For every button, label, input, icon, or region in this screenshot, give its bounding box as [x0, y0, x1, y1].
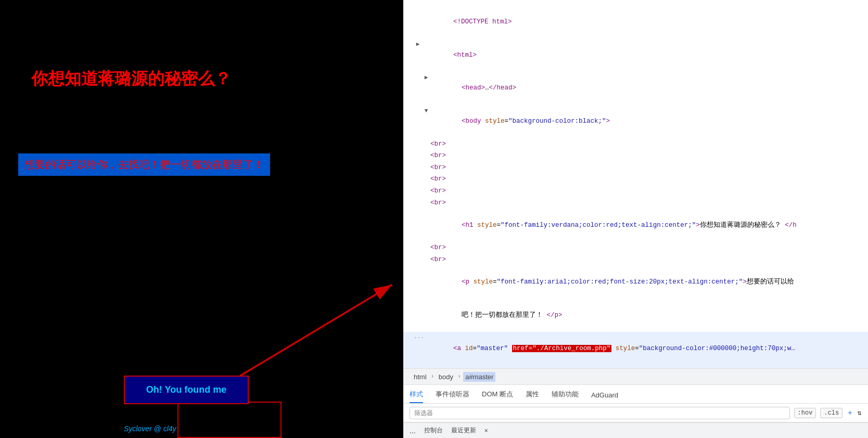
filter-cls-button[interactable]: .cls: [820, 408, 843, 418]
code-line-p2: 吧！把一切都放在那里了！ </p>: [403, 299, 868, 332]
sub-text: 想要的话可以给你，去找吧！把一切都放在那里了！: [18, 153, 270, 176]
bottom-close[interactable]: ×: [484, 427, 488, 434]
bottom-ellipsis[interactable]: ...: [410, 427, 416, 435]
code-inspector: <!DOCTYPE html> <html> <head>…</head> <b…: [403, 0, 868, 368]
code-line-br4: <br>: [403, 173, 868, 185]
tab-accessibility[interactable]: 辅助功能: [552, 387, 579, 403]
code-line-br5: <br>: [403, 185, 868, 197]
tab-dom-breakpoints[interactable]: DOM 断点: [482, 387, 513, 403]
code-line-br2: <br>: [403, 150, 868, 162]
code-line-br1: <br>: [403, 138, 868, 150]
tab-styles[interactable]: 样式: [410, 387, 423, 403]
href-highlight: href="./Archive_room.php": [512, 345, 612, 352]
bottom-console[interactable]: 控制台: [424, 426, 443, 435]
code-line-h1: <h1 style="font-family:verdana;color:red…: [403, 209, 868, 242]
code-line-br7: <br>: [403, 242, 868, 254]
code-line-br3: <br>: [403, 162, 868, 174]
watermark: Syclover @ cl4y: [124, 424, 176, 433]
tab-properties[interactable]: 属性: [526, 387, 539, 403]
arrow-annotation: [234, 262, 416, 392]
svg-line-1: [240, 285, 392, 376]
breadcrumb-html[interactable]: html: [412, 372, 429, 382]
filter-input[interactable]: [410, 407, 790, 419]
filter-arrows-button[interactable]: ⇅: [858, 408, 862, 417]
page-heading: 你想知道蒋璐源的秘密么？: [31, 68, 231, 91]
bottom-refresh[interactable]: 最近更新: [451, 426, 476, 435]
breadcrumb-body[interactable]: body: [437, 372, 455, 382]
code-line-a: ··· <a id="master" href="./Archive_room.…: [403, 332, 868, 365]
bottom-bar: ... 控制台 最近更新 ×: [403, 422, 868, 438]
code-line-p: <p style="font-family:arial;color:red;fo…: [403, 265, 868, 299]
code-line-html: <html>: [403, 38, 868, 72]
filter-hov-button[interactable]: :hov: [794, 408, 816, 418]
filter-plus-button[interactable]: +: [848, 409, 852, 417]
code-line-head: <head>…</head>: [403, 72, 868, 105]
devtools-panel: <!DOCTYPE html> <html> <head>…</head> <b…: [403, 0, 868, 438]
hidden-link[interactable]: [177, 402, 282, 438]
breadcrumb-anchor[interactable]: a#master: [463, 372, 495, 382]
code-line-br6: <br>: [403, 197, 868, 209]
tab-adguard[interactable]: AdGuard: [591, 388, 618, 403]
code-line-doctype: <!DOCTYPE html>: [403, 5, 868, 38]
tab-event-listeners[interactable]: 事件侦听器: [436, 387, 469, 403]
browser-page: 你想知道蒋璐源的秘密么？ 想要的话可以给你，去找吧！把一切都放在那里了！ Oh!…: [0, 0, 403, 438]
code-line-body: <body style="background-color:black;">: [403, 105, 868, 138]
found-me-link[interactable]: Oh! You found me: [124, 376, 249, 404]
code-line-br8: <br>: [403, 254, 868, 266]
breadcrumb-bar: html › body › a#master: [403, 368, 868, 385]
filter-bar: :hov .cls + ⇅: [403, 404, 868, 422]
devtools-tabs: 样式 事件侦听器 DOM 断点 属性 辅助功能 AdGuard: [403, 385, 868, 404]
